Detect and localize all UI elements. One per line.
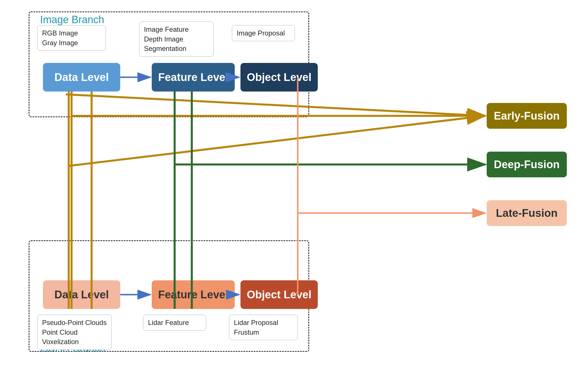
img-object-info-line1: Image Proposal [237, 28, 290, 38]
lid-object-info-line2: Frustum [234, 328, 293, 337]
lid-feature-info: Lidar Feature [143, 315, 206, 331]
lid-feature-level: Feature Level [152, 280, 235, 309]
late-fusion-box: Late-Fusion [487, 200, 567, 226]
img-feature-info-line1: Image Feature [144, 25, 209, 34]
lid-feature-info-line1: Lidar Feature [148, 318, 201, 328]
lid-object-info: Lidar Proposal Frustum [229, 315, 298, 340]
lid-data-info-line2: Point Cloud [42, 328, 107, 337]
img-data-info-line1: RGB Image [42, 28, 101, 38]
diagram-container: Image Branch LiDAR Branch RGB Image Gray… [0, 0, 588, 377]
img-data-info: RGB Image Gray Image [37, 25, 106, 51]
gold-to-early-fusion [69, 116, 485, 166]
lid-data-level: Data Level [43, 280, 120, 309]
img-object-level: Object Level [240, 63, 318, 92]
lid-data-info-line3: Voxelization [42, 337, 107, 347]
lid-data-info-line1: Pseudo-Point Clouds [42, 318, 107, 328]
early-fusion-box: Early-Fusion [487, 103, 567, 129]
img-object-info: Image Proposal [232, 25, 295, 41]
img-feature-info: Image Feature Depth Image Segmentation [139, 21, 214, 57]
img-data-level: Data Level [43, 63, 120, 92]
lid-object-info-line1: Lidar Proposal [234, 318, 293, 328]
img-feature-info-line2: Depth Image [144, 34, 209, 44]
image-branch-label: Image Branch [40, 14, 104, 26]
deep-fusion-box: Deep-Fusion [487, 152, 567, 177]
img-feature-level: Feature Level [152, 63, 235, 92]
lid-data-info: Pseudo-Point Clouds Point Cloud Voxeliza… [37, 315, 112, 350]
img-feature-info-line3: Segmentation [144, 44, 209, 53]
lid-object-level: Object Level [240, 280, 318, 309]
img-data-info-line2: Gray Image [42, 38, 101, 48]
